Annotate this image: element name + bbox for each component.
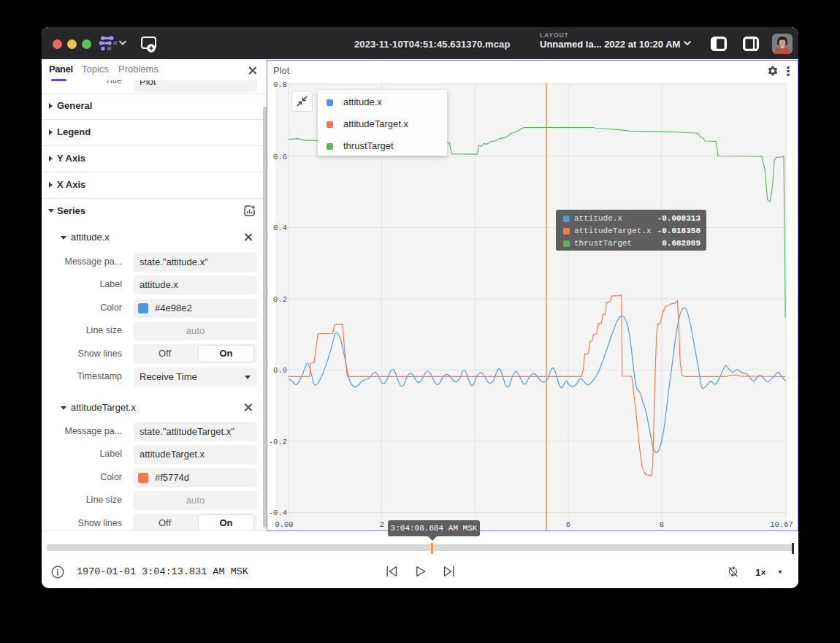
- svg-text:-0.4: -0.4: [269, 509, 287, 517]
- svg-text:0.4: 0.4: [273, 224, 287, 232]
- svg-text:0.00: 0.00: [275, 520, 293, 529]
- svg-text:0.6: 0.6: [273, 153, 287, 161]
- svg-text:6: 6: [566, 520, 570, 529]
- svg-text:0.2: 0.2: [273, 295, 287, 304]
- svg-text:0.0: 0.0: [273, 366, 287, 375]
- svg-text:0.8: 0.8: [273, 80, 287, 89]
- svg-text:2: 2: [380, 520, 384, 529]
- svg-text:8: 8: [660, 520, 664, 529]
- svg-text:-0.2: -0.2: [269, 438, 287, 446]
- svg-text:10.67: 10.67: [770, 520, 793, 529]
